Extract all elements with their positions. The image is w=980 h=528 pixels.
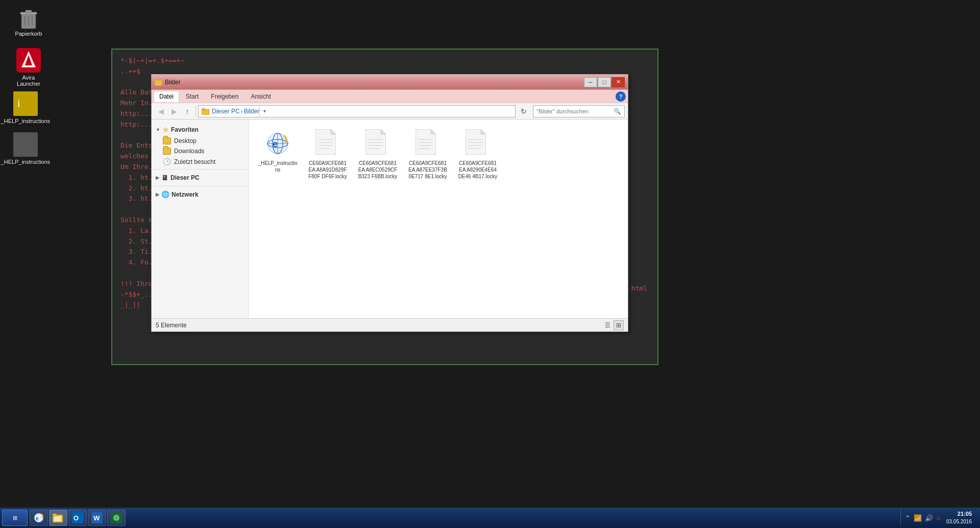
- svg-rect-50: [53, 514, 57, 516]
- clock[interactable]: 21:05 03.05.2016: [944, 510, 974, 525]
- ie-taskbar-icon: e: [33, 512, 44, 523]
- main-area: ▼ ★ Favoriten Desktop Downloads 🕒 Zuletz…: [152, 119, 628, 318]
- title-bar: Bilder ─ □ ✕: [152, 75, 628, 90]
- title-bar-buttons: ─ □ ✕: [584, 77, 625, 87]
- file-icon-ie: e: [265, 129, 290, 158]
- address-bar[interactable]: Dieser PC › Bilder ▾: [198, 105, 516, 117]
- ribbon-tab-freigeben[interactable]: Freigeben: [205, 91, 244, 102]
- breadcrumb-dieser-pc[interactable]: Dieser PC: [212, 108, 240, 115]
- search-bar[interactable]: 🔍: [533, 105, 625, 117]
- dieser-pc-icon: 🖥: [161, 174, 168, 182]
- svg-text:i: i: [17, 98, 20, 109]
- view-controls: ☰ ⊞: [602, 320, 624, 330]
- ie-icon: e: [266, 132, 289, 155]
- file-item-locky4[interactable]: CE60A9CFE681EA A8290E4E64DE46 4B17.locky: [455, 126, 501, 183]
- files-area: e _HELP_instructio ns: [249, 119, 628, 318]
- taskbar-ie-button[interactable]: e: [30, 510, 48, 526]
- svg-text:e: e: [36, 516, 39, 521]
- file-icon-locky4: [465, 129, 490, 158]
- favorites-star-icon: ★: [162, 126, 169, 134]
- desktop-icon-avira[interactable]: Avira Launcher: [8, 46, 49, 89]
- sidebar-downloads-label: Downloads: [174, 148, 204, 155]
- explorer-taskbar-icon: [53, 513, 64, 523]
- title-bar-icon: [155, 79, 163, 86]
- taskbar-word-button[interactable]: W: [88, 510, 106, 526]
- taskbar-outlook-button[interactable]: O: [68, 510, 87, 526]
- breadcrumb-bilder[interactable]: Bilder: [244, 108, 260, 115]
- desktop-folder-icon: [163, 137, 171, 145]
- downloads-folder-icon: [163, 148, 171, 155]
- address-dropdown-button[interactable]: ▾: [259, 106, 270, 117]
- tray-volume-icon[interactable]: 🔊: [925, 514, 933, 522]
- desktop-icon-help2[interactable]: _HELP_instructions: [5, 130, 46, 167]
- search-input[interactable]: [536, 108, 614, 114]
- file-name-locky2: CE60A9CFE681EA A8EC0529CFB323 F6BB.locky: [357, 160, 398, 180]
- sidebar-desktop-label: Desktop: [174, 137, 197, 145]
- favorites-label: Favoriten: [171, 126, 199, 133]
- maximize-button[interactable]: □: [598, 77, 611, 87]
- desktop: Papierkorb Avira Launcher i _HELP_instru…: [0, 0, 980, 508]
- svg-rect-13: [155, 79, 158, 81]
- clock-date: 03.05.2016: [946, 518, 972, 525]
- avira-icon: [16, 48, 41, 73]
- svg-rect-51: [54, 516, 61, 521]
- svg-marker-36: [431, 129, 436, 134]
- help1-label: _HELP_instructions: [1, 118, 51, 124]
- sidebar-item-downloads[interactable]: Downloads: [152, 146, 248, 156]
- taskbar: ⊞ e O W ⌃: [0, 508, 980, 528]
- tray-arrow-icon[interactable]: ⌃: [905, 514, 911, 522]
- search-icon: 🔍: [614, 108, 621, 115]
- sidebar-separator-2: [152, 186, 248, 186]
- doc-icon-2: [365, 129, 386, 155]
- file-icon-locky2: [365, 129, 390, 158]
- sidebar-recent-label: Zuletzt besucht: [174, 158, 215, 165]
- breadcrumb-sep: ›: [241, 108, 243, 115]
- sidebar-favorites-header[interactable]: ▼ ★ Favoriten: [152, 124, 248, 136]
- tray-network-icon[interactable]: 📶: [914, 514, 922, 522]
- taskbar-photo-button[interactable]: [107, 510, 126, 526]
- start-button[interactable]: ⊞: [2, 510, 28, 526]
- list-view-button[interactable]: ☰: [602, 320, 612, 330]
- sidebar-dieser-pc-label: Dieser PC: [170, 174, 200, 181]
- forward-button[interactable]: ▶: [168, 105, 180, 117]
- sidebar-netzwerk-header[interactable]: ▶ 🌐 Netzwerk: [152, 188, 248, 200]
- ribbon-tab-start[interactable]: Start: [180, 91, 204, 102]
- file-icon-locky3: [415, 129, 440, 158]
- refresh-button[interactable]: ↻: [518, 105, 530, 117]
- svg-rect-11: [13, 132, 38, 157]
- desktop-icon-help1[interactable]: i _HELP_instructions: [5, 89, 46, 126]
- close-button[interactable]: ✕: [611, 77, 625, 87]
- help-button[interactable]: ?: [616, 91, 626, 102]
- taskbar-explorer-button[interactable]: [49, 510, 67, 526]
- file-item-locky3[interactable]: CE60A9CFE681EA A87EE37F3B0E717 8E1.locky: [405, 126, 451, 183]
- recent-icon: 🕒: [163, 158, 171, 165]
- up-button[interactable]: ↑: [181, 105, 193, 117]
- address-breadcrumb: Dieser PC › Bilder: [212, 108, 259, 115]
- svg-text:e: e: [273, 139, 278, 149]
- clock-time: 21:05: [946, 510, 972, 518]
- ribbon-tab-datei[interactable]: Datei: [154, 91, 179, 102]
- sidebar-item-recent[interactable]: 🕒 Zuletzt besucht: [152, 156, 248, 167]
- minimize-button[interactable]: ─: [584, 77, 597, 87]
- sidebar-dieser-pc-header[interactable]: ▶ 🖥 Dieser PC: [152, 172, 248, 184]
- svg-text:O: O: [74, 514, 79, 522]
- back-button[interactable]: ◀: [155, 105, 167, 117]
- file-item-locky2[interactable]: CE60A9CFE681EA A8EC0529CFB323 F6BB.locky: [355, 126, 401, 183]
- grid-view-button[interactable]: ⊞: [614, 320, 624, 330]
- sidebar-netzwerk-label: Netzwerk: [172, 191, 199, 198]
- explorer-window: Bilder ─ □ ✕ Datei Start Freigeben Ansic…: [151, 74, 628, 332]
- help1-icon: i: [13, 91, 38, 116]
- file-name-locky3: CE60A9CFE681EA A87EE37F3B0E717 8E1.locky: [407, 160, 448, 180]
- file-item-locky1[interactable]: CE60A9CFE681EA A8A91D829FF80F DF6F.locky: [305, 126, 351, 183]
- title-bar-left: Bilder: [155, 79, 181, 86]
- doc-icon-4: [465, 129, 486, 155]
- desktop-icon-trash[interactable]: Papierkorb: [8, 4, 49, 39]
- ribbon-tab-ansicht[interactable]: Ansicht: [245, 91, 276, 102]
- trash-label: Papierkorb: [15, 31, 42, 37]
- toolbar-separator: [195, 106, 196, 116]
- svg-rect-15: [202, 108, 205, 110]
- sidebar-separator-1: [152, 169, 248, 170]
- tray-avira-icon[interactable]: ⚠: [936, 515, 941, 521]
- sidebar-item-desktop[interactable]: Desktop: [152, 136, 248, 146]
- file-item-help[interactable]: e _HELP_instructio ns: [255, 126, 301, 183]
